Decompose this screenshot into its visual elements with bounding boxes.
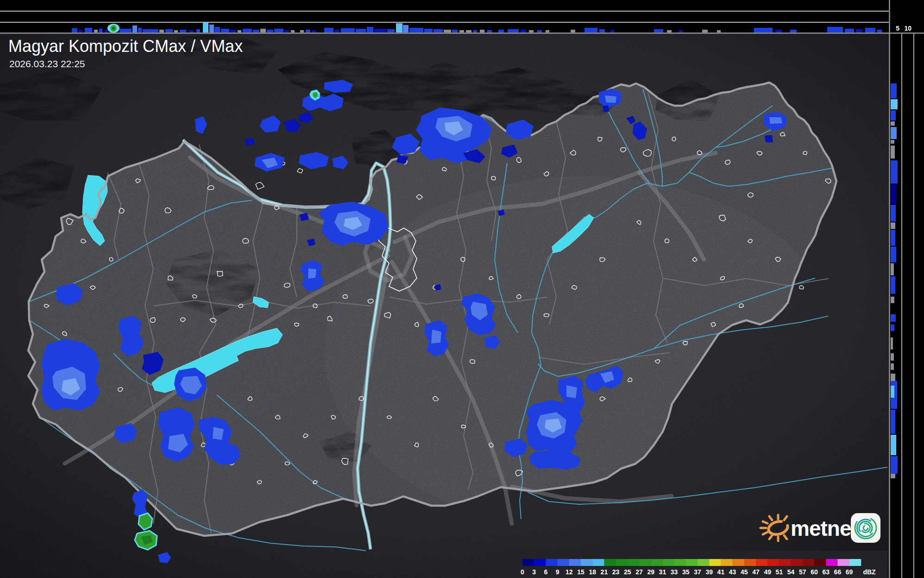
logo-text: metnet [791,516,858,540]
profile-bar [409,28,423,32]
profile-bar [891,184,897,204]
profile-bar [105,30,107,32]
storm-top-marker-center [112,27,115,30]
legend-color-cell [849,559,861,566]
profile-bar [790,30,797,32]
profile-bar [387,29,395,32]
legend-tick-label: 18 [589,568,596,576]
profile-bar [374,29,386,32]
profile-bar [138,28,142,32]
right-axis-label: 5 [896,25,899,32]
legend-tick-label: 25 [624,568,631,576]
profile-bar [877,30,882,32]
profile-bar [845,29,854,32]
profile-bar [827,27,843,32]
profile-bar [891,456,898,474]
profile-bar [521,30,526,32]
legend-tick-label: 43 [729,568,736,576]
legend-color-cell [639,559,651,566]
profile-bar [865,28,875,32]
legend-tick-label: 31 [659,568,666,576]
legend-tick-label: 51 [776,568,783,576]
profile-bar [209,25,214,32]
profile-bar [165,29,173,32]
profile-bar [267,30,273,32]
profile-bar [529,30,534,32]
profile-bar [143,29,158,32]
top-height-profile: 105 [0,0,899,33]
legend-color-cell [534,559,546,566]
profile-bar [306,30,310,32]
legend-color-cell [558,559,570,566]
profile-bar [891,247,896,262]
profile-bar [291,30,295,32]
legend-color-cell [826,559,838,566]
profile-bar [274,29,283,32]
profile-bar [571,30,575,32]
legend-color-cell [522,559,534,566]
legend-color-cell [814,559,826,566]
profile-bar [72,28,77,32]
profile-bar [546,30,549,32]
precip-cell [431,330,441,343]
profile-bar [717,30,721,32]
legend-tick-label: 9 [556,568,559,576]
legend-tick-label: 60 [811,568,818,576]
profile-bar [667,30,672,32]
legend-color-cell [592,559,604,566]
profile-bar [324,28,333,32]
legend-color-cell [604,559,616,566]
legend-tick-label: 54 [787,568,795,576]
legend-color-cell [581,559,593,566]
legend-tick-label: 63 [822,568,830,576]
profile-bar [856,29,862,32]
profile-bar [260,29,266,32]
profile-bar [85,28,92,32]
profile-bar [214,27,220,32]
profile-bar [196,29,200,32]
profile-bar [498,30,504,32]
app-icon [851,513,880,543]
legend-tick-label: 57 [799,568,806,576]
legend-tick-label: 37 [694,568,701,576]
profile-bar [203,22,208,32]
profile-bar [654,29,663,32]
profile-bar [221,29,229,32]
precip-cell [765,135,773,142]
legend-tick-label: 69 [846,568,853,576]
profile-bar [230,30,236,32]
profile-bar [891,314,896,322]
legend-tick-label: 21 [601,568,608,576]
profile-bar [459,30,464,32]
legend-tick-label: 41 [717,568,725,576]
legend-tick-label: 47 [752,568,760,576]
profile-bar [891,337,893,349]
legend-tick-label: 0 [521,568,524,576]
profile-bar [891,83,897,98]
profile-bar [396,23,402,32]
profile-bar [159,30,164,32]
profile-bar [189,30,194,32]
profile-bar [284,30,289,32]
profile-bar [253,30,259,32]
right-axis-label: 10 [904,25,911,32]
profile-bar [891,146,895,159]
dbz-legend: 0369121518212325272931333537394143454749… [486,551,887,578]
precip-cell [769,117,782,124]
profile-bar [94,30,98,32]
profile-bar [891,140,894,144]
legend-color-cell [616,559,628,566]
legend-color-cell [744,559,756,566]
profile-bar [702,30,708,32]
profile-bar [434,29,443,32]
profile-bar [424,29,433,32]
legend-color-cell [686,559,698,566]
legend-tick-label: 29 [647,568,654,576]
profile-bar [119,29,132,32]
profile-bar [174,30,178,32]
profile-bar [610,30,614,32]
legend-tick-label: 15 [577,568,585,576]
legend-color-cell [674,559,686,566]
profile-bar [367,27,373,32]
legend-tick-label: 27 [635,568,643,576]
